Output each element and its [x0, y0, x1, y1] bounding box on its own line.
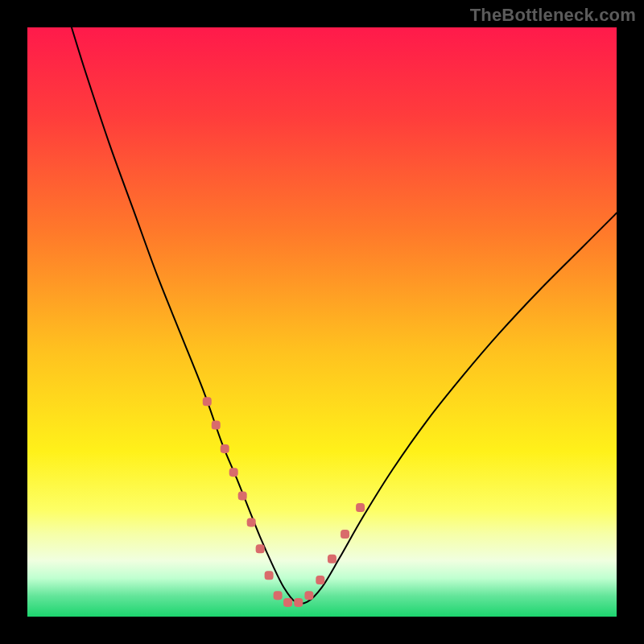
marker-valley-markers	[294, 598, 303, 607]
marker-left-shoulder-markers	[229, 468, 238, 477]
marker-right-shoulder-markers	[356, 503, 365, 512]
marker-left-shoulder-markers	[203, 397, 212, 406]
marker-left-shoulder-markers	[247, 518, 256, 526]
marker-left-shoulder-markers	[265, 571, 274, 580]
marker-right-shoulder-markers	[316, 576, 324, 584]
marker-valley-markers	[283, 598, 292, 607]
marker-valley-markers	[274, 591, 283, 600]
chart-plot-area	[27, 27, 617, 617]
marker-right-shoulder-markers	[328, 555, 336, 564]
marker-left-shoulder-markers	[238, 491, 247, 500]
marker-left-shoulder-markers	[221, 444, 229, 453]
watermark-text: TheBottleneck.com	[470, 5, 636, 26]
marker-right-shoulder-markers	[341, 530, 349, 539]
marker-valley-markers	[304, 591, 313, 600]
series-bottleneck-curve	[72, 27, 617, 604]
chart-stage: TheBottleneck.com	[0, 0, 644, 644]
marker-left-shoulder-markers	[256, 544, 265, 553]
marker-left-shoulder-markers	[212, 421, 221, 430]
chart-curves-layer	[27, 27, 617, 617]
